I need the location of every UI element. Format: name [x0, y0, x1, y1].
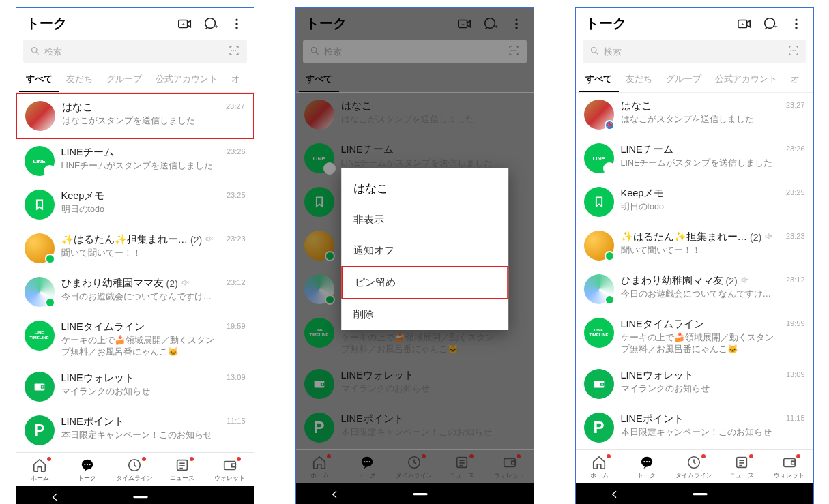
avatar[interactable]	[584, 369, 614, 399]
chat-item[interactable]: LINE LINEチーム LINEチームがスタンプを送信しました 23:26	[16, 139, 254, 183]
menu-item[interactable]: 非表示	[341, 205, 508, 235]
chat-item[interactable]: LINEウォレット マイランクのお知らせ 13:09	[16, 365, 254, 409]
tab-3[interactable]: 公式アカウント	[149, 66, 224, 92]
avatar[interactable]	[304, 187, 334, 217]
more-icon[interactable]	[509, 16, 524, 31]
nav-timeline[interactable]: タイムライン	[671, 454, 718, 480]
avatar[interactable]: LINE	[304, 143, 334, 173]
more-icon[interactable]	[789, 16, 804, 31]
tab-2[interactable]: グループ	[659, 66, 708, 92]
avatar[interactable]	[584, 187, 614, 217]
nav-talk[interactable]: トーク	[63, 457, 111, 483]
avatar[interactable]	[25, 190, 55, 220]
tab-3[interactable]: 公式アカウント	[428, 66, 504, 92]
chat-item[interactable]: ひまわり幼稚園ママ友 (2) 今日のお遊戯会についてなんですけ… 23:12	[576, 267, 813, 311]
chat-item[interactable]: LINEウォレット マイランクのお知らせ 13:09	[576, 362, 813, 406]
nav-home[interactable]: ホーム	[576, 454, 624, 480]
nav-talk[interactable]: トーク	[343, 454, 391, 480]
chat-item[interactable]: Keepメモ 明日のtodo 23:25	[16, 183, 254, 226]
new-chat-icon[interactable]: +	[483, 16, 498, 31]
new-chat-icon[interactable]: +	[203, 16, 218, 31]
tab-4[interactable]: オ	[504, 66, 527, 92]
avatar[interactable]	[584, 231, 614, 261]
avatar[interactable]	[304, 231, 334, 261]
avatar[interactable]	[25, 277, 55, 307]
nav-wallet[interactable]: ウォレット	[206, 457, 254, 483]
chat-item[interactable]: Keepメモ 明日のtodo 23:25	[576, 180, 813, 224]
tab-2[interactable]: グループ	[379, 66, 428, 92]
avatar[interactable]: LINE TIMELINE	[584, 318, 614, 348]
avatar[interactable]: LINE TIMELINE	[25, 321, 55, 351]
avatar[interactable]: 📌	[584, 100, 614, 130]
home-button[interactable]	[129, 492, 141, 504]
avatar[interactable]: LINE TIMELINE	[304, 318, 334, 348]
avatar[interactable]	[584, 274, 614, 304]
tab-4[interactable]: オ	[224, 66, 247, 92]
nav-home[interactable]: ホーム	[296, 454, 344, 480]
chat-item[interactable]: はなこ はなこがスタンプを送信しました 23:27	[16, 93, 254, 139]
more-icon[interactable]	[229, 16, 244, 31]
tab-1[interactable]: 友だち	[619, 66, 659, 92]
back-button[interactable]	[609, 489, 622, 501]
nav-news[interactable]: ニュース	[438, 454, 486, 480]
menu-item[interactable]: 通知オフ	[341, 235, 508, 266]
nav-talk[interactable]: トーク	[623, 454, 671, 480]
chat-item[interactable]: ✨はるたん✨担集まれー… (2) 聞いて聞いてー！！ 23:23	[16, 226, 254, 270]
avatar[interactable]	[25, 233, 55, 263]
avatar[interactable]	[25, 101, 55, 131]
chat-item[interactable]: P LINEポイント 本日限定キャンペーン！このお知らせ 11:15	[16, 409, 254, 452]
chat-item[interactable]: LINE LINEチーム LINEチームがスタンプを送信しました 23:26	[576, 136, 813, 180]
nav-news[interactable]: ニュース	[718, 454, 766, 480]
nav-timeline[interactable]: タイムライン	[111, 457, 159, 483]
recent-button[interactable]	[488, 489, 500, 501]
nav-news[interactable]: ニュース	[158, 457, 206, 483]
tab-0[interactable]: すべて	[19, 66, 59, 92]
qr-scan-icon[interactable]	[787, 44, 800, 59]
tab-1[interactable]: 友だち	[59, 66, 100, 92]
home-button[interactable]	[409, 489, 421, 501]
new-video-icon[interactable]: +	[457, 16, 472, 31]
menu-item[interactable]: ピン留め	[341, 266, 508, 299]
chat-item[interactable]: ✨はるたん✨担集まれー… (2) 聞いて聞いてー！！ 23:23	[576, 224, 813, 267]
nav-wallet[interactable]: ウォレット	[766, 454, 813, 480]
avatar[interactable]	[304, 369, 334, 399]
new-video-icon[interactable]: +	[177, 16, 192, 31]
recent-button[interactable]	[768, 489, 780, 501]
nav-wallet[interactable]: ウォレット	[486, 454, 534, 480]
chat-item[interactable]: P LINEポイント 本日限定キャンペーン！このお知らせ 11:15	[296, 406, 534, 449]
back-button[interactable]	[50, 492, 62, 504]
chat-item[interactable]: 📌 はなこ はなこがスタンプを送信しました 23:27	[576, 93, 813, 136]
avatar[interactable]	[304, 274, 334, 304]
avatar[interactable]: P	[584, 413, 614, 443]
chat-item[interactable]: ひまわり幼稚園ママ友 (2) 今日のお遊戯会についてなんですけ… 23:12	[16, 270, 254, 314]
tab-3[interactable]: 公式アカウント	[708, 66, 784, 92]
tab-1[interactable]: 友だち	[339, 66, 379, 92]
chat-item[interactable]: はなこ はなこがスタンプを送信しました 23:27	[296, 93, 534, 136]
new-video-icon[interactable]: +	[737, 16, 752, 31]
back-button[interactable]	[330, 489, 342, 501]
avatar[interactable]: LINE	[25, 146, 55, 176]
tab-0[interactable]: すべて	[299, 66, 339, 92]
tab-4[interactable]: オ	[784, 66, 806, 92]
chat-item[interactable]: LINE TIMELINE LINEタイムライン ケーキの上で🍰領域展開／動くス…	[576, 311, 813, 362]
chat-item[interactable]: LINE TIMELINE LINEタイムライン ケーキの上で🍰領域展開／動くス…	[16, 314, 254, 365]
avatar[interactable]: P	[304, 413, 334, 443]
home-button[interactable]	[688, 489, 701, 501]
qr-scan-icon[interactable]	[228, 44, 240, 59]
recent-button[interactable]	[208, 492, 220, 504]
menu-item[interactable]: 削除	[341, 299, 508, 330]
avatar[interactable]: LINE	[584, 143, 614, 173]
chat-item[interactable]: P LINEポイント 本日限定キャンペーン！このお知らせ 11:15	[576, 406, 813, 449]
chat-item[interactable]: LINEウォレット マイランクのお知らせ 13:09	[296, 362, 534, 406]
nav-home[interactable]: ホーム	[16, 457, 64, 483]
avatar[interactable]	[25, 372, 55, 402]
tab-0[interactable]: すべて	[579, 66, 619, 92]
new-chat-icon[interactable]: +	[763, 16, 778, 31]
tab-2[interactable]: グループ	[100, 66, 149, 92]
nav-timeline[interactable]: タイムライン	[391, 454, 439, 480]
search-input[interactable]: 検索	[583, 40, 806, 63]
search-input[interactable]: 検索	[23, 40, 247, 63]
avatar[interactable]: P	[25, 415, 55, 445]
qr-scan-icon[interactable]	[508, 44, 520, 59]
search-input[interactable]: 検索	[303, 40, 527, 63]
